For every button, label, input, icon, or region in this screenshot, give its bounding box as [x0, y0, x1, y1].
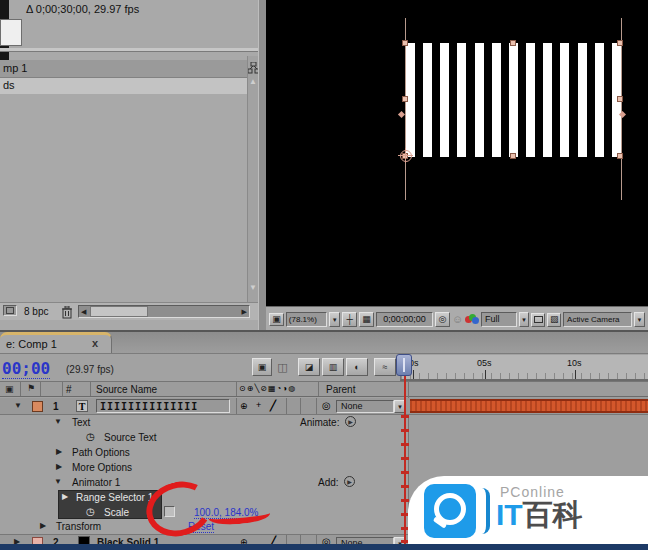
trash-icon[interactable]: [62, 305, 72, 323]
stripe: [440, 43, 449, 157]
parent-value: None: [341, 402, 363, 411]
layer-switch-icon[interactable]: ⊕: [240, 402, 248, 411]
prop-label: Path Options: [72, 448, 130, 458]
region-of-interest-icon[interactable]: [531, 313, 545, 327]
project-item-row[interactable]: mp 1: [0, 60, 247, 78]
snapshot-icon[interactable]: ◎: [435, 312, 450, 327]
expand-triangle-icon[interactable]: ▶: [62, 493, 68, 501]
view-value: Active Camera: [567, 316, 619, 324]
view-select[interactable]: Active Camera: [563, 312, 632, 327]
channel-rgb-icon[interactable]: [465, 314, 479, 326]
comp-canvas[interactable]: [266, 0, 648, 306]
prop-row-path-options[interactable]: ▶ Path Options: [0, 445, 408, 460]
prop-row-source-text[interactable]: ◷ Source Text: [0, 430, 408, 445]
expand-triangle-icon[interactable]: ▶: [40, 522, 46, 530]
expand-triangle-icon[interactable]: ▼: [14, 402, 22, 410]
panel-menu-icon[interactable]: ▣: [269, 313, 284, 326]
snapshot-glyph: ◎: [439, 315, 447, 324]
current-time-indicator-line[interactable]: [404, 376, 406, 544]
selection-handle[interactable]: [510, 40, 516, 46]
selection-handle[interactable]: [402, 96, 408, 102]
cti-tick: [401, 499, 409, 502]
prop-row-text[interactable]: ▼ Text Animate: ▶: [0, 415, 408, 430]
timeline-tab[interactable]: e: Comp 1 x: [0, 332, 112, 353]
watermark-logo-icon: [424, 484, 476, 538]
prop-row-animator[interactable]: ▼ Animator 1 Add: ▶: [0, 475, 408, 490]
transparency-grid-icon[interactable]: ▨: [547, 313, 561, 327]
resolution-select[interactable]: Full: [481, 312, 517, 327]
ruler-label: 10s: [567, 359, 582, 368]
column-parent[interactable]: Parent: [326, 385, 355, 395]
comp-mini-flowchart-button[interactable]: ◫: [274, 359, 291, 375]
magnification-value: (78.1%): [289, 316, 317, 324]
prop-label: Transform: [56, 522, 101, 532]
project-item-row[interactable]: ds: [0, 78, 247, 94]
resolution-dropdown-icon[interactable]: ▼: [519, 312, 530, 327]
expand-triangle-icon[interactable]: ▶: [56, 463, 62, 471]
graph-editor-button[interactable]: ≈: [374, 358, 396, 376]
cti-tick: [401, 485, 409, 488]
motion-blur-button[interactable]: ◐: [346, 358, 368, 376]
show-snapshot-icon[interactable]: ☺: [452, 314, 463, 325]
timeline-time-row: 00;00 (29.97 fps) ▣ ◫ ◪ ▥ ◐ ≈: [0, 355, 400, 381]
selection-handle[interactable]: [617, 96, 623, 102]
selection-handle[interactable]: [402, 40, 408, 46]
grid-glyph: ▦: [362, 315, 371, 324]
switches-header-icons: ⊙ ⊕ ╲ ⊘ ▦ ◔ ◑ ◍: [239, 385, 317, 393]
anchor-point-icon[interactable]: [400, 150, 412, 162]
tab-close-icon[interactable]: x: [92, 338, 98, 349]
prop-row-more-options[interactable]: ▶ More Options: [0, 460, 408, 475]
viewer-timecode-field[interactable]: 0;00;00;00: [376, 312, 433, 327]
animate-label: Animate:: [300, 418, 339, 428]
scroll-right-icon[interactable]: ▶: [242, 308, 247, 315]
project-flowchart-button[interactable]: [3, 305, 17, 316]
scroll-thumb[interactable]: [90, 306, 148, 317]
layer-label-swatch[interactable]: [32, 401, 43, 412]
bottom-strip: [0, 544, 648, 550]
stopwatch-icon[interactable]: ◷: [86, 432, 95, 442]
layer-duration-bar[interactable]: [410, 399, 648, 413]
scroll-up-icon[interactable]: ▲: [249, 78, 257, 86]
magnification-select[interactable]: (78.1%): [286, 312, 327, 327]
timeline-tab-label: e: Comp 1: [6, 339, 57, 350]
current-time-indicator-handle[interactable]: [396, 354, 412, 376]
safe-zones-glyph: ┼: [346, 315, 352, 324]
view-dropdown-icon[interactable]: ▼: [634, 312, 645, 327]
grid-options-icon[interactable]: ▦: [359, 312, 374, 327]
selection-handle[interactable]: [510, 153, 516, 159]
scroll-down-icon[interactable]: ▼: [249, 284, 257, 292]
quality-switch-icon[interactable]: ╱: [270, 401, 276, 411]
parent-pickwhip-icon[interactable]: ◎: [322, 401, 331, 411]
current-time-field[interactable]: 00;00: [2, 359, 50, 379]
add-menu-icon[interactable]: ▶: [344, 476, 355, 487]
layer-switch-icon[interactable]: +: [256, 401, 261, 410]
column-source-name[interactable]: Source Name: [96, 385, 157, 395]
scroll-left-icon[interactable]: ◀: [81, 308, 86, 315]
striped-text-layer[interactable]: [406, 43, 621, 157]
parent-dropdown[interactable]: None: [336, 400, 394, 413]
project-hscrollbar[interactable]: ◀ ▶: [78, 305, 250, 318]
expand-triangle-icon[interactable]: ▼: [54, 478, 62, 486]
prop-label: Source Text: [104, 433, 157, 443]
layer-name-field[interactable]: IIIIIIIIIIIIII: [96, 399, 230, 413]
frame-blend-button[interactable]: ▥: [322, 358, 344, 376]
draft-3d-button[interactable]: ◪: [298, 358, 320, 376]
animate-menu-icon[interactable]: ▶: [345, 416, 356, 427]
expand-triangle-icon[interactable]: ▼: [54, 418, 62, 426]
trans-grid-glyph: ▨: [550, 315, 559, 324]
safe-zones-icon[interactable]: ┼: [342, 312, 357, 327]
expand-triangle-icon[interactable]: ▶: [56, 448, 62, 456]
selection-handle[interactable]: [617, 40, 623, 46]
range-selector-marker[interactable]: [398, 111, 405, 118]
play-glyph: ▶: [347, 478, 352, 485]
stripe: [578, 43, 587, 157]
layer-row-1[interactable]: ▼ 1 T IIIIIIIIIIIIII ⊕ + ╱ ◎ None ▼: [0, 398, 648, 415]
switch-header-icon: ⊕: [247, 385, 254, 393]
bpc-label[interactable]: 8 bpc: [24, 307, 48, 317]
live-update-button[interactable]: ▣: [252, 358, 272, 376]
stopwatch-icon[interactable]: ◷: [86, 507, 95, 517]
time-ruler[interactable]: 0s 05s 10s: [400, 355, 648, 381]
panel-menu-glyph: ▣: [272, 315, 281, 324]
selection-handle[interactable]: [617, 153, 623, 159]
magnification-dropdown-icon[interactable]: ▼: [329, 312, 340, 327]
